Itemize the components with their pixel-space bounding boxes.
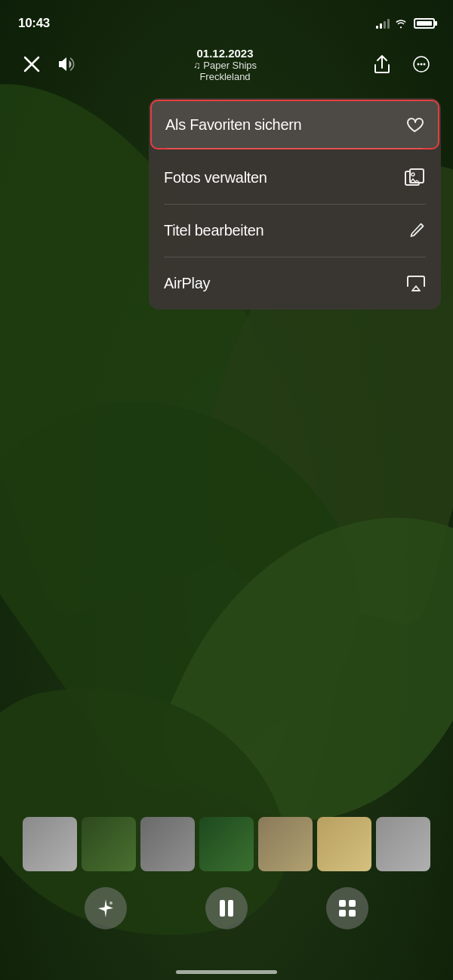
status-bar: 10:43 [0,0,453,38]
photos-icon [405,168,426,186]
signal-icon [376,18,390,29]
wifi-icon [394,18,408,29]
thumbnail-5[interactable] [258,817,313,871]
close-button[interactable] [15,48,48,81]
date-label: 01.12.2023 [85,47,365,60]
sparkle-button[interactable] [85,887,127,929]
svg-rect-12 [339,900,346,907]
svg-rect-10 [220,900,225,917]
share-button[interactable] [365,48,399,81]
grid-icon [337,898,357,918]
thumbnail-7[interactable] [376,817,430,871]
share-icon [374,54,390,74]
top-controls-bar: 01.12.2023 ♫ Paper Ships Freckleland [0,42,453,87]
context-menu: Als Favoriten sichern Fotos verwalten Ti… [149,98,441,310]
thumbnail-2[interactable] [82,817,136,871]
menu-item-favorite[interactable]: Als Favoriten sichern [150,100,439,149]
svg-rect-14 [339,910,346,917]
thumbnail-strip [0,814,453,874]
svg-point-5 [424,63,426,66]
more-button[interactable] [405,48,438,81]
status-icons [376,18,435,29]
song-label: ♫ Paper Ships [85,60,365,71]
menu-item-airplay[interactable]: AirPlay [149,257,441,310]
artist-label: Freckleland [85,71,365,82]
svg-point-9 [109,901,112,904]
status-time: 10:43 [18,16,50,31]
home-indicator [176,970,277,974]
pause-icon [217,898,236,919]
pencil-icon [409,221,426,239]
thumbnail-4[interactable] [199,817,254,871]
heart-icon [405,116,424,134]
airplay-icon [406,274,426,292]
grid-button[interactable] [326,887,368,929]
volume-icon [58,56,78,72]
top-center-info: 01.12.2023 ♫ Paper Ships Freckleland [85,47,365,82]
thumbnail-3[interactable] [140,817,195,871]
thumbnail-1[interactable] [23,817,77,871]
menu-item-photos[interactable]: Fotos verwalten [149,151,441,204]
thumbnail-6[interactable] [317,817,371,871]
bottom-controls [0,882,453,935]
volume-button[interactable] [51,48,85,81]
battery-icon [414,18,435,29]
svg-point-4 [421,63,423,66]
pause-button[interactable] [205,887,248,929]
menu-item-edit[interactable]: Titel bearbeiten [149,204,441,257]
svg-rect-13 [349,900,356,907]
sparkle-icon [95,898,116,919]
svg-rect-11 [228,900,233,917]
svg-rect-15 [349,910,356,917]
svg-point-3 [418,63,420,66]
more-icon [412,55,430,73]
close-icon [23,56,40,72]
top-right-controls [365,48,438,81]
